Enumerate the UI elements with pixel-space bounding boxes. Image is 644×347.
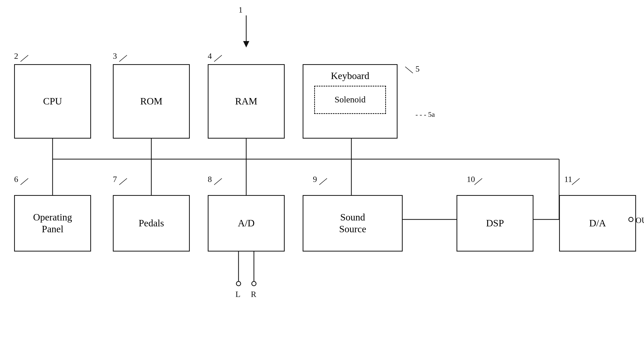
- svg-line-18: [119, 55, 127, 62]
- ref-4-label: 4: [208, 51, 212, 61]
- rom-block: ROM: [113, 64, 190, 139]
- svg-line-22: [119, 178, 127, 185]
- ref-8-label: 8: [208, 175, 212, 184]
- ref-2-label: 2: [14, 51, 18, 61]
- ref-3-tick: [119, 55, 135, 63]
- da-block: D/A: [559, 195, 636, 252]
- svg-line-26: [572, 178, 580, 185]
- ref-4-tick: [214, 55, 230, 63]
- ref-5-tick: [398, 67, 418, 74]
- r-circle: [251, 281, 256, 286]
- ref-10-label: 10: [467, 175, 475, 184]
- ref-6-tick: [21, 178, 36, 186]
- ref-8-tick: [214, 178, 230, 186]
- block-diagram: 1 2 CPU 3 ROM 4 RAM 5 Keyboard Solenoid …: [0, 0, 644, 347]
- ref-5a-label: - - - 5a: [415, 110, 435, 119]
- svg-line-17: [21, 55, 28, 62]
- keyboard-block: Keyboard Solenoid: [303, 64, 398, 139]
- ram-block: RAM: [208, 64, 285, 139]
- svg-marker-1: [243, 41, 249, 47]
- svg-line-25: [474, 178, 482, 185]
- svg-line-23: [214, 178, 222, 185]
- sound-source-block: Sound Source: [303, 195, 403, 252]
- ref-7-label: 7: [113, 175, 117, 184]
- r-label: R: [251, 290, 256, 299]
- svg-line-20: [405, 67, 413, 73]
- l-label: L: [235, 290, 241, 299]
- ad-block: A/D: [208, 195, 285, 252]
- svg-line-19: [214, 55, 222, 62]
- ref-7-tick: [119, 178, 135, 186]
- pedals-block: Pedals: [113, 195, 190, 252]
- out-circle: [628, 217, 633, 222]
- connection-lines: [0, 0, 644, 347]
- ref-11-tick: [572, 178, 587, 186]
- ref-9-tick: [319, 178, 335, 186]
- out-label: OUT: [636, 216, 644, 225]
- dsp-block: DSP: [457, 195, 533, 252]
- cpu-block: CPU: [14, 64, 91, 139]
- svg-line-21: [21, 178, 28, 185]
- svg-line-24: [319, 178, 327, 185]
- l-circle: [236, 281, 241, 286]
- solenoid-block: Solenoid: [314, 86, 386, 114]
- ref-10-tick: [474, 178, 490, 186]
- ref-9-label: 9: [313, 175, 317, 184]
- ref-11-label: 11: [564, 175, 572, 184]
- ref-1-label: 1: [239, 5, 243, 15]
- ref-6-label: 6: [14, 175, 18, 184]
- operating-panel-block: Operating Panel: [14, 195, 91, 252]
- ref-3-label: 3: [113, 51, 117, 61]
- ref-2-tick: [21, 55, 36, 63]
